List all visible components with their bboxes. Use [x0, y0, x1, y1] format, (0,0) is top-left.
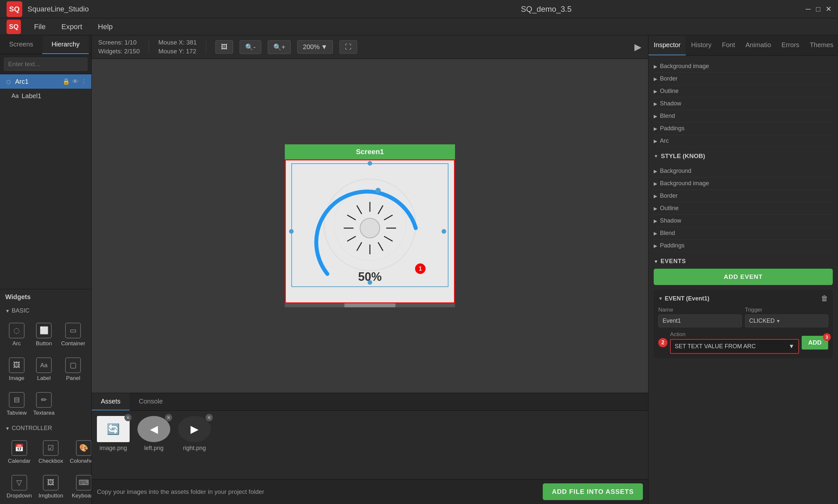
label1-label: Label1: [22, 92, 41, 100]
tab-console[interactable]: Console: [130, 393, 172, 410]
asset-right-close[interactable]: ✕: [206, 414, 213, 421]
widget-calendar[interactable]: 📅 Calendar: [4, 436, 35, 469]
add-event-button[interactable]: ADD EVENT: [654, 269, 833, 285]
search-input[interactable]: [4, 58, 87, 71]
tab-animation[interactable]: Animatio: [741, 35, 777, 55]
arc-end-dot[interactable]: [375, 188, 381, 193]
menu-file[interactable]: File: [32, 21, 48, 32]
menu-help[interactable]: Help: [95, 21, 115, 32]
name-field-value[interactable]: Event1: [658, 314, 742, 327]
widget-image[interactable]: 🖼 Image: [4, 353, 29, 386]
svg-line-4: [384, 215, 392, 220]
zoom-out-btn[interactable]: 🔍-: [239, 40, 261, 54]
knob-bg[interactable]: ▶ Background: [654, 165, 833, 177]
controller-grid: 📅 Calendar ☑ Checkbox 🎨 Colorwheel ▽ Dro…: [0, 434, 91, 504]
hierarchy-item-label1[interactable]: Aa Label1: [0, 89, 91, 103]
widget-arc[interactable]: ◌ Arc: [4, 318, 29, 352]
section-border[interactable]: ▶ Border: [654, 73, 833, 85]
add-file-button[interactable]: ADD FILE INTO ASSETS: [543, 483, 643, 500]
widget-textarea[interactable]: ✏ Textarea: [31, 388, 57, 421]
bottom-footer: Copy your images into the assets folder …: [92, 479, 648, 504]
knob-blend[interactable]: ▶ Blend: [654, 227, 833, 239]
tab-inspector[interactable]: Inspector: [648, 35, 686, 55]
tab-themes[interactable]: Themes: [805, 35, 838, 55]
knob-outline[interactable]: ▶ Outline: [654, 202, 833, 215]
handle-bottom-center[interactable]: [368, 280, 372, 285]
tab-errors[interactable]: Errors: [776, 35, 804, 55]
widget-container[interactable]: ▭ Container: [58, 318, 88, 352]
event-delete-button[interactable]: 🗑: [821, 294, 828, 303]
tab-font[interactable]: Font: [717, 35, 741, 55]
zoom-in-btn[interactable]: 🔍+: [268, 40, 291, 54]
section-arc[interactable]: ▶ Arc: [654, 135, 833, 147]
action-select[interactable]: SET TEXT VALUE FROM ARC ▼: [670, 339, 799, 354]
maximize-button[interactable]: □: [816, 5, 820, 14]
events-header[interactable]: ▼ EVENTS: [654, 258, 833, 265]
action-add-button[interactable]: ADD 3: [802, 336, 828, 349]
calendar-widget-icon: 📅: [12, 440, 27, 456]
svg-line-3: [378, 205, 383, 214]
handle-top-center[interactable]: [368, 161, 372, 166]
arc1-eye-btn[interactable]: 👁: [72, 78, 78, 85]
knob-border[interactable]: ▶ Border: [654, 190, 833, 202]
knob-bg-image[interactable]: ▶ Background image: [654, 177, 833, 190]
svg-line-12: [347, 215, 356, 220]
asset-image-thumb: 🔄: [97, 416, 130, 442]
tab-hierarchy[interactable]: Hierarchy: [42, 35, 89, 54]
asset-left-close[interactable]: ✕: [165, 414, 172, 421]
tab-screens[interactable]: Screens: [0, 35, 42, 54]
widget-imgbutton[interactable]: 🖼 Imgbutton: [36, 470, 66, 504]
fullscreen-btn[interactable]: ⛶: [339, 40, 357, 54]
scrollbar-thumb[interactable]: [344, 303, 395, 307]
trigger-dropdown-arrow: ▼: [776, 319, 781, 324]
keyboard-widget-icon: ⌨: [76, 475, 91, 490]
titlebar: SQ SquareLine_Studio SQ_demo_3.5 ─ □ ✕: [0, 0, 838, 18]
keyboard-widget-label: Keyboard: [72, 492, 91, 499]
arc1-lock-btn[interactable]: 🔒: [63, 78, 70, 85]
widget-checkbox[interactable]: ☑ Checkbox: [36, 436, 66, 469]
tab-history[interactable]: History: [686, 35, 716, 55]
search-bar: [0, 54, 91, 74]
knob-paddings[interactable]: ▶ Paddings: [654, 239, 833, 252]
basic-arrow: ▼: [5, 308, 10, 313]
tab-assets[interactable]: Assets: [92, 393, 130, 410]
handle-left-center[interactable]: [289, 229, 293, 234]
knob-shadow[interactable]: ▶ Shadow: [654, 215, 833, 227]
widget-label[interactable]: Aa Label: [31, 353, 57, 386]
hierarchy-item-arc1[interactable]: ◌ Arc1 🔒 👁 ⋮: [0, 74, 91, 89]
style-knob-title[interactable]: ▼ STYLE (KNOB): [648, 149, 838, 163]
asset-image-close[interactable]: ✕: [124, 414, 131, 421]
widget-keyboard[interactable]: ⌨ Keyboard: [67, 470, 91, 504]
canvas-scrollbar[interactable]: [285, 303, 455, 307]
handle-right-center[interactable]: [442, 229, 446, 234]
calendar-widget-label: Calendar: [8, 458, 31, 464]
imgbutton-widget-label: Imgbutton: [39, 492, 64, 499]
widget-button[interactable]: ⬜ Button: [31, 318, 57, 352]
section-paddings[interactable]: ▶ Paddings: [654, 122, 833, 135]
category-controller[interactable]: ▼ CONTROLLER: [0, 422, 91, 434]
section-bg-image[interactable]: ▶ Background image: [654, 60, 833, 73]
widget-tabview[interactable]: ⊟ Tabview: [4, 388, 29, 421]
play-button[interactable]: ▶: [635, 41, 642, 52]
close-button[interactable]: ✕: [825, 5, 832, 14]
widget-colorwheel[interactable]: 🎨 Colorwheel: [67, 436, 91, 469]
project-title: SQ_demo_3.5: [287, 4, 806, 14]
button-widget-icon: ⬜: [36, 323, 52, 338]
panel-widget-icon: ▢: [65, 357, 81, 373]
arc1-menu-btn[interactable]: ⋮: [81, 78, 87, 85]
category-basic[interactable]: ▼ BASIC: [0, 305, 91, 317]
widget-dropdown[interactable]: ▽ Dropdown: [4, 470, 35, 504]
widget-panel[interactable]: ▢ Panel: [58, 353, 88, 386]
section-outline[interactable]: ▶ Outline: [654, 85, 833, 97]
zoom-level[interactable]: 200% ▼: [297, 40, 333, 54]
image-icon-btn[interactable]: 🖼: [215, 40, 233, 54]
canvas-area: Screen1: [92, 59, 648, 393]
action-value: SET TEXT VALUE FROM ARC: [675, 343, 756, 350]
trigger-select[interactable]: CLICKED ▼: [745, 314, 828, 327]
event-title-group[interactable]: ▼ EVENT (Event1): [658, 295, 709, 302]
section-blend[interactable]: ▶ Blend: [654, 110, 833, 122]
section-shadow[interactable]: ▶ Shadow: [654, 97, 833, 110]
screen-content[interactable]: 50% 1: [285, 159, 455, 303]
menu-export[interactable]: Export: [58, 21, 85, 32]
minimize-button[interactable]: ─: [806, 5, 811, 14]
